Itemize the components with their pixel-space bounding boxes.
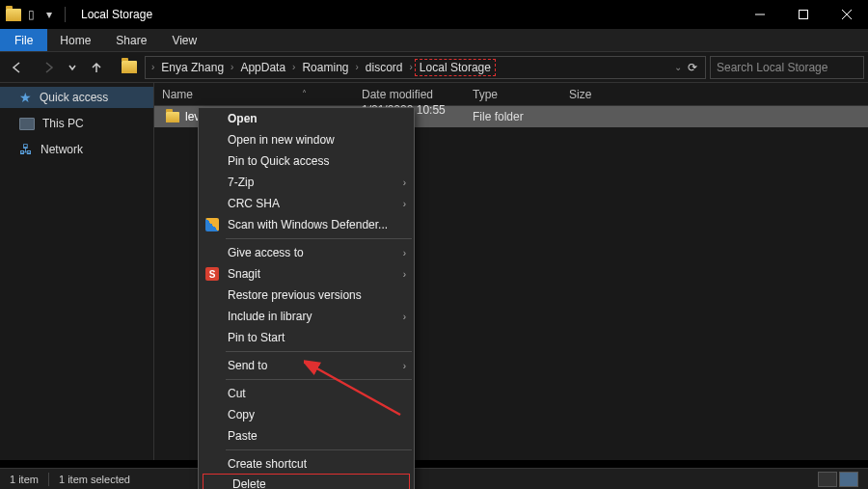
minimize-button[interactable] <box>738 0 781 29</box>
menu-label: CRC SHA <box>228 197 280 210</box>
chevron-down-icon[interactable]: ⌄ <box>674 62 682 72</box>
address-folder-icon <box>122 61 137 73</box>
menu-open[interactable]: Open <box>199 108 414 129</box>
svg-rect-1 <box>799 11 807 19</box>
sidebar-item-label: Quick access <box>40 91 108 104</box>
column-date[interactable]: Date modified <box>354 88 465 101</box>
navigation-pane: ★ Quick access This PC 🖧 Network <box>0 83 154 460</box>
menu-send-to[interactable]: Send to› <box>199 355 414 376</box>
sidebar-item-this-pc[interactable]: This PC <box>0 114 153 133</box>
forward-button[interactable] <box>35 56 62 79</box>
tab-share[interactable]: Share <box>103 29 159 51</box>
chevron-right-icon: › <box>403 177 406 188</box>
menu-defender[interactable]: Scan with Windows Defender... <box>199 214 414 235</box>
menu-delete[interactable]: Delete <box>203 474 410 489</box>
ribbon-tabs: File Home Share View <box>0 29 868 52</box>
crumb-4[interactable]: Local Storage <box>415 59 496 76</box>
menu-create-shortcut[interactable]: Create shortcut <box>199 453 414 475</box>
chevron-right-icon: › <box>403 269 406 280</box>
menu-give-access[interactable]: Give access to› <box>199 242 414 263</box>
column-headers: Name ˄ Date modified Type Size <box>154 83 868 106</box>
chevron-right-icon: › <box>353 62 360 72</box>
recent-dropdown[interactable] <box>66 56 79 79</box>
title-bar: ▯ ▾ Local Storage <box>0 0 868 29</box>
chevron-right-icon: › <box>229 62 235 72</box>
column-type[interactable]: Type <box>465 88 561 101</box>
menu-cut[interactable]: Cut <box>199 383 414 404</box>
separator <box>226 238 412 239</box>
menu-include-library[interactable]: Include in library› <box>199 306 414 327</box>
chevron-right-icon: › <box>403 199 406 209</box>
status-selected-count: 1 item selected <box>59 474 130 485</box>
qa-new-icon[interactable]: ▯ <box>24 9 38 20</box>
qa-dropdown-icon[interactable]: ▾ <box>42 9 56 20</box>
refresh-icon[interactable]: ⟳ <box>688 61 697 74</box>
view-large-icon[interactable] <box>839 472 858 487</box>
separator <box>226 379 412 380</box>
separator <box>226 351 412 352</box>
status-bar: 1 item 1 item selected <box>0 468 868 489</box>
menu-copy[interactable]: Copy <box>199 404 414 425</box>
up-button[interactable] <box>83 56 110 79</box>
column-size[interactable]: Size <box>561 88 638 101</box>
separator <box>226 449 412 450</box>
chevron-right-icon: › <box>290 62 297 72</box>
view-details-icon[interactable] <box>818 472 837 487</box>
menu-pin-quick-access[interactable]: Pin to Quick access <box>199 150 414 172</box>
crumb-1[interactable]: AppData <box>235 61 290 74</box>
sidebar-item-network[interactable]: 🖧 Network <box>0 139 153 160</box>
sidebar-item-quick-access[interactable]: ★ Quick access <box>0 87 153 108</box>
menu-label: Scan with Windows Defender... <box>228 218 388 231</box>
chevron-right-icon: › <box>149 62 156 72</box>
menu-label: Include in library <box>228 310 312 323</box>
menu-pin-start[interactable]: Pin to Start <box>199 327 414 348</box>
breadcrumb[interactable]: › Enya Zhang › AppData › Roaming › disco… <box>145 56 706 79</box>
chevron-right-icon: › <box>403 248 406 258</box>
column-name[interactable]: Name ˄ <box>154 88 354 101</box>
file-type-cell: File folder <box>465 110 561 123</box>
separator <box>48 473 49 486</box>
menu-crc-sha[interactable]: CRC SHA› <box>199 193 414 214</box>
menu-7zip[interactable]: 7-Zip› <box>199 172 414 193</box>
pc-icon <box>19 118 35 130</box>
maximize-button[interactable] <box>781 0 825 29</box>
chevron-right-icon: › <box>408 62 415 72</box>
menu-label: Give access to <box>228 246 304 259</box>
separator <box>65 7 66 22</box>
sidebar-item-label: This PC <box>42 117 84 130</box>
back-button[interactable] <box>4 56 31 79</box>
chevron-right-icon: › <box>403 361 406 371</box>
context-menu: Open Open in new window Pin to Quick acc… <box>198 107 415 489</box>
menu-label: Snagit <box>228 267 260 281</box>
menu-label: 7-Zip <box>228 176 254 189</box>
crumb-2[interactable]: Roaming <box>297 61 353 74</box>
column-label: Name <box>162 88 193 101</box>
sort-indicator-icon: ˄ <box>302 89 307 99</box>
menu-label: Send to <box>228 359 267 372</box>
menu-snagit[interactable]: SSnagit› <box>199 263 414 285</box>
menu-paste[interactable]: Paste <box>199 425 414 447</box>
sidebar-item-label: Network <box>41 143 83 156</box>
tab-view[interactable]: View <box>159 29 209 51</box>
folder-icon <box>166 112 179 122</box>
close-button[interactable] <box>825 0 868 29</box>
snagit-icon: S <box>204 266 220 282</box>
star-icon: ★ <box>19 90 32 105</box>
tab-home[interactable]: Home <box>47 29 103 51</box>
search-input[interactable]: Search Local Storage <box>710 56 864 79</box>
navigation-bar: › Enya Zhang › AppData › Roaming › disco… <box>0 52 868 83</box>
network-icon: 🖧 <box>19 142 33 157</box>
crumb-3[interactable]: discord <box>361 61 408 74</box>
menu-open-new-window[interactable]: Open in new window <box>199 129 414 150</box>
file-tab[interactable]: File <box>0 29 47 51</box>
shield-icon <box>204 217 220 232</box>
app-folder-icon <box>6 9 21 21</box>
status-item-count: 1 item <box>10 474 39 485</box>
menu-restore-versions[interactable]: Restore previous versions <box>199 285 414 306</box>
chevron-right-icon: › <box>403 312 406 322</box>
crumb-0[interactable]: Enya Zhang <box>156 61 229 74</box>
window-title: Local Storage <box>81 8 152 21</box>
